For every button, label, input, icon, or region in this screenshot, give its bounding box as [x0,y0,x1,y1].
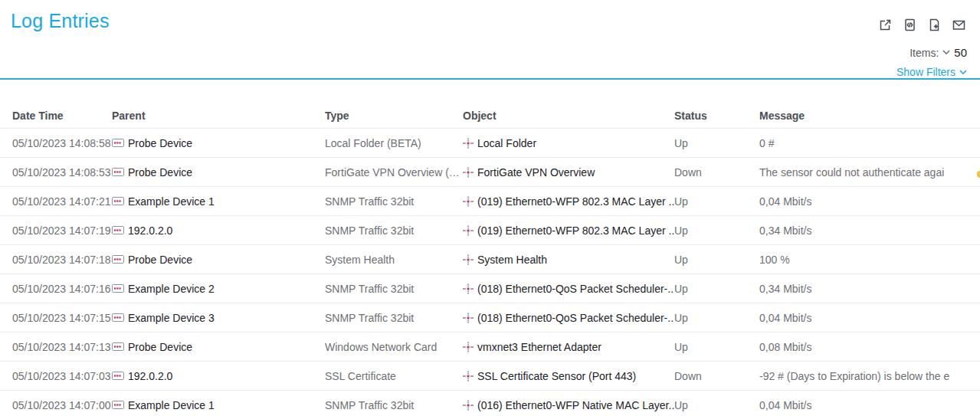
sensor-type: SNMP Traffic 32bit [325,312,463,324]
log-datetime: 05/10/2023 14:07:19 [0,224,112,237]
parent-device-link[interactable]: Example Device 1 [128,195,215,208]
parent-device-link[interactable]: Probe Device [128,254,192,266]
sensor-icon [463,283,474,294]
message-text: 0,34 Mbit/s [759,224,980,237]
column-header-status[interactable]: Status [674,110,759,122]
items-per-page[interactable]: Items: 50 [910,46,967,59]
table-row: 05/10/2023 14:07:00 Example Device 1 SNM… [0,391,980,416]
object-sensor-link[interactable]: (019) Ethernet0-WFP 802.3 MAC Layer ... [477,195,674,208]
log-datetime: 05/10/2023 14:08:58 [0,137,112,149]
device-icon [112,284,124,293]
device-icon [112,372,124,380]
message-text: The sensor could not authenticate agai [759,166,980,179]
sensor-icon [463,138,474,149]
sensor-icon [463,167,474,178]
status-text: Up [674,341,759,353]
table-row: 05/10/2023 14:08:53 Probe Device FortiGa… [0,158,980,187]
device-icon [112,313,124,322]
sensor-type: FortiGate VPN Overview (… [325,166,463,179]
table-row: 05/10/2023 14:07:19 192.0.2.0 SNMP Traff… [0,216,980,245]
parent-device-link[interactable]: 192.0.2.0 [128,224,172,237]
parent-device-link[interactable]: Example Device 2 [128,283,215,295]
sensor-icon [463,313,474,323]
table-row: 05/10/2023 14:07:16 Example Device 2 SNM… [0,274,980,303]
chevron-down-icon [942,50,950,55]
column-header-date-time[interactable]: Date Time [0,110,112,122]
object-sensor-link[interactable]: (018) Ethernet0-QoS Packet Scheduler-... [477,283,674,295]
status-text: Up [674,137,759,149]
email-icon[interactable] [952,18,966,32]
sensor-icon [463,225,474,236]
status-text: Up [674,254,759,266]
open-external-icon[interactable] [878,18,893,32]
parent-device-link[interactable]: Probe Device [128,137,192,149]
column-header-type[interactable]: Type [325,110,463,122]
status-text: Up [674,195,759,208]
message-text: 0,34 Mbit/s [759,283,980,295]
column-header-parent[interactable]: Parent [112,110,325,122]
message-text: -92 # (Days to Expiration) is below the … [759,370,980,382]
object-sensor-link[interactable]: vmxnet3 Ethernet Adapter [477,341,601,353]
table-body: 05/10/2023 14:08:58 Probe Device Local F… [0,129,980,416]
sensor-type: Windows Network Card [325,341,463,353]
log-entries-table: Date Time Parent Type Object Status Mess… [0,103,980,416]
table-row: 05/10/2023 14:07:21 Example Device 1 SNM… [0,187,980,216]
column-header-message[interactable]: Message [759,110,980,122]
object-sensor-link[interactable]: (016) Ethernet0-WFP Native MAC Layer... [477,399,674,411]
sensor-type: SNMP Traffic 32bit [325,195,463,208]
parent-device-link[interactable]: Example Device 1 [128,399,215,411]
parent-device-link[interactable]: 192.0.2.0 [128,370,172,382]
message-text: 0,04 Mbit/s [759,399,980,411]
object-sensor-link[interactable]: System Health [477,254,547,266]
device-icon [112,255,124,264]
message-text: 0,04 Mbit/s [759,312,980,324]
sensor-type: SNMP Traffic 32bit [325,283,463,295]
table-row: 05/10/2023 14:07:18 Probe Device System … [0,245,980,274]
add-file-icon[interactable] [927,18,942,32]
log-datetime: 05/10/2023 14:08:53 [0,166,112,179]
log-datetime: 05/10/2023 14:07:03 [0,370,112,382]
log-datetime: 05/10/2023 14:07:16 [0,283,112,295]
log-datetime: 05/10/2023 14:07:00 [0,399,112,411]
table-row: 05/10/2023 14:07:15 Example Device 3 SNM… [0,303,980,332]
device-icon [112,168,124,176]
object-sensor-link[interactable]: (018) Ethernet0-QoS Packet Scheduler-... [477,312,674,324]
page-title: Log Entries [11,10,110,32]
message-text: 0,08 Mbit/s [759,341,980,353]
message-text: 0,04 Mbit/s [759,195,980,208]
items-label: Items: [910,47,939,59]
object-sensor-link[interactable]: FortiGate VPN Overview [477,166,595,179]
log-datetime: 05/10/2023 14:07:13 [0,341,112,353]
log-entries-page: Log Entries Items: 50 Show Filters [0,0,980,416]
page-header: Log Entries Items: 50 Show Filters [0,0,980,79]
sensor-type: SSL Certificate [325,370,463,382]
parent-device-link[interactable]: Example Device 3 [128,312,215,324]
object-sensor-link[interactable]: SSL Certificate Sensor (Port 443) [477,370,636,382]
parent-device-link[interactable]: Probe Device [128,166,192,179]
sensor-icon [463,371,474,382]
status-text: Up [674,312,759,324]
sensor-icon [463,254,474,265]
column-header-object[interactable]: Object [463,110,674,122]
show-filters-label: Show Filters [896,66,955,78]
device-icon [112,401,124,409]
show-filters-toggle[interactable]: Show Filters [896,66,967,78]
header-toolbar [878,18,966,32]
object-sensor-link[interactable]: (019) Ethernet0-WFP 802.3 MAC Layer ... [477,224,674,237]
status-text: Up [674,399,759,411]
header-divider [0,78,980,80]
sensor-type: SNMP Traffic 32bit [325,224,463,237]
object-sensor-link[interactable]: Local Folder [477,137,536,149]
status-text: Down [674,166,759,179]
message-text: 0 # [759,137,980,149]
device-icon [112,226,124,234]
parent-device-link[interactable]: Probe Device [128,341,192,353]
device-icon [112,197,124,205]
code-file-icon[interactable] [903,18,917,32]
sensor-type: SNMP Traffic 32bit [325,399,463,411]
items-count: 50 [954,46,967,59]
sensor-icon [463,196,474,207]
log-datetime: 05/10/2023 14:07:21 [0,195,112,208]
status-text: Up [674,224,759,237]
log-datetime: 05/10/2023 14:07:15 [0,312,112,324]
